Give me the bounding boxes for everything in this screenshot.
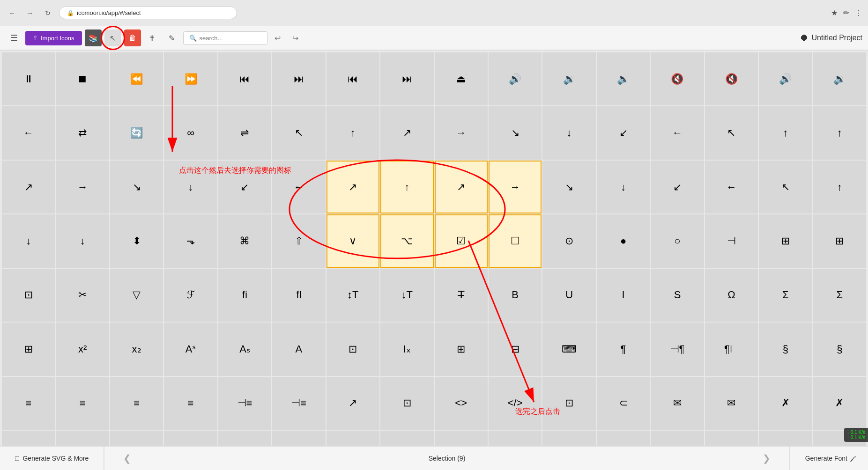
library-button[interactable]: 📚 [85,29,102,46]
icon-cell[interactable]: § [813,323,866,375]
extensions-icon[interactable]: ✏ [843,8,849,17]
icon-cell[interactable]: G+ [272,431,325,446]
icon-cell[interactable]: ← [2,106,55,159]
icon-cell[interactable]: ← [272,161,325,213]
icon-cell[interactable]: ↑ [813,161,866,213]
icon-cell[interactable]: ⊡ [2,269,55,322]
icon-cell[interactable]: ☑ [435,214,488,267]
icon-cell[interactable]: x₂ [110,323,163,375]
icon-cell[interactable]: ¶⊢ [705,323,758,375]
icon-cell[interactable]: ⏮ [218,52,271,105]
undo-button[interactable]: ↩ [270,30,285,45]
icon-cell[interactable]: ↕T [326,269,379,322]
icon-cell[interactable]: § [759,323,812,375]
icon-cell[interactable]: 🔉 [542,52,595,105]
icon-cell[interactable]: A [272,323,325,375]
icon-cell[interactable]: G+ [326,431,379,446]
icon-cell[interactable]: ∨ [326,214,379,267]
icon-cell[interactable]: ↑ [326,106,379,159]
icon-cell[interactable]: ⇌ [218,106,271,159]
icon-cell[interactable]: 🔊 [759,52,812,105]
icon-cell[interactable]: T̶ [435,269,488,322]
icon-cell[interactable]: Ω [705,269,758,322]
icon-cell[interactable]: ♬ [759,431,812,446]
delete-button[interactable]: 🗑 [124,29,141,46]
forward-button[interactable]: → [23,7,37,20]
icon-cell[interactable]: Σ [813,269,866,322]
icon-cell[interactable]: ⏩ [164,52,217,105]
icon-cell[interactable]: ↓ [2,214,55,267]
icon-cell[interactable]: ≡ [164,377,217,430]
icon-cell[interactable]: ⊡ [542,377,595,430]
icon-cell[interactable]: 🔇 [705,52,758,105]
icon-cell[interactable]: U [542,269,595,322]
icon-cell[interactable]: ≡ [2,377,55,430]
icon-cell[interactable]: ⊟ [489,323,542,375]
icon-cell[interactable]: ↗ [380,106,433,159]
icon-cell[interactable]: <> [435,377,488,430]
back-button[interactable]: ← [6,7,19,20]
icon-cell[interactable]: f [542,431,595,446]
icon-cell[interactable]: ↓T [380,269,433,322]
icon-cell[interactable]: ℱ [164,269,217,322]
icon-cell[interactable]: ↓ [542,106,595,159]
icon-cell[interactable]: ⌘ [218,214,271,267]
icon-cell[interactable]: ✗ [813,377,866,430]
icon-cell[interactable]: ↖ [272,106,325,159]
icon-cell[interactable]: ↖ [759,161,812,213]
icon-cell[interactable]: a [56,431,109,446]
browser-menu-icon[interactable]: ⋮ [855,8,862,17]
icon-cell[interactable]: </> [489,377,542,430]
icon-cell[interactable]: ↙ [651,161,704,213]
icon-cell[interactable]: ▽ [110,269,163,322]
icon-cell[interactable]: G [218,431,271,446]
icon-cell[interactable]: ⬎ [164,214,217,267]
icon-cell[interactable]: 📞 [705,431,758,446]
icon-cell[interactable]: ⏭ [380,52,433,105]
selection-next-button[interactable]: ❯ [763,453,771,464]
icon-cell[interactable]: ∞ [164,106,217,159]
icon-cell[interactable]: ↘ [489,106,542,159]
search-input[interactable] [200,35,265,42]
icon-cell[interactable]: 🔇 [651,52,704,105]
icon-cell[interactable]: ↗ [326,377,379,430]
icon-cell[interactable]: I [597,269,650,322]
icon-cell[interactable]: B [489,269,542,322]
icon-cell[interactable]: ↓ [597,161,650,213]
icon-cell[interactable]: ⏪ [110,52,163,105]
icon-cell[interactable]: → [56,161,109,213]
icon-cell[interactable]: ↙ [597,106,650,159]
icon-cell[interactable]: ⊞ [813,214,866,267]
icon-cell[interactable]: Aₛ [218,323,271,375]
icon-cell[interactable]: ♬ [435,431,488,446]
icon-cell[interactable]: ⏏ [435,52,488,105]
icon-cell[interactable]: ↗ [2,161,55,213]
icon-cell[interactable]: ↑ [759,106,812,159]
import-icons-button[interactable]: ⇧ Import Icons [25,31,82,45]
icon-cell[interactable]: ↘ [110,161,163,213]
icon-cell[interactable]: ⇧ [272,214,325,267]
icon-cell[interactable]: ↓ [56,214,109,267]
icon-cell[interactable]: △ [489,431,542,446]
icon-cell[interactable]: S [651,269,704,322]
icon-cell[interactable]: ⏭ [272,52,325,105]
icon-cell[interactable]: ⏮ [326,52,379,105]
move-tool-button[interactable]: ✝ [144,29,161,46]
icon-cell[interactable]: ⌨ [542,323,595,375]
icon-cell[interactable]: ↙ [218,161,271,213]
icon-cell[interactable]: x² [56,323,109,375]
refresh-button[interactable]: ↻ [41,7,54,20]
icon-cell[interactable]: ⊣≡ [218,377,271,430]
icon-cell[interactable]: ⊡ [380,377,433,430]
generate-font-button[interactable]: Generate Font 𝒻 [789,447,868,470]
icon-cell[interactable]: 🔄 [110,106,163,159]
icon-cell[interactable]: ⏹ [56,52,109,105]
icon-cell[interactable]: ⬍ [110,214,163,267]
icon-cell[interactable]: ≡ [110,377,163,430]
icon-cell[interactable]: ✂ [56,269,109,322]
icon-cell[interactable]: → [489,161,542,213]
icon-cell[interactable]: ☐ [489,214,542,267]
icon-cell[interactable]: ⊙ [542,214,595,267]
icon-cell[interactable]: ↖ [705,106,758,159]
icon-cell[interactable]: ﬂ [272,269,325,322]
